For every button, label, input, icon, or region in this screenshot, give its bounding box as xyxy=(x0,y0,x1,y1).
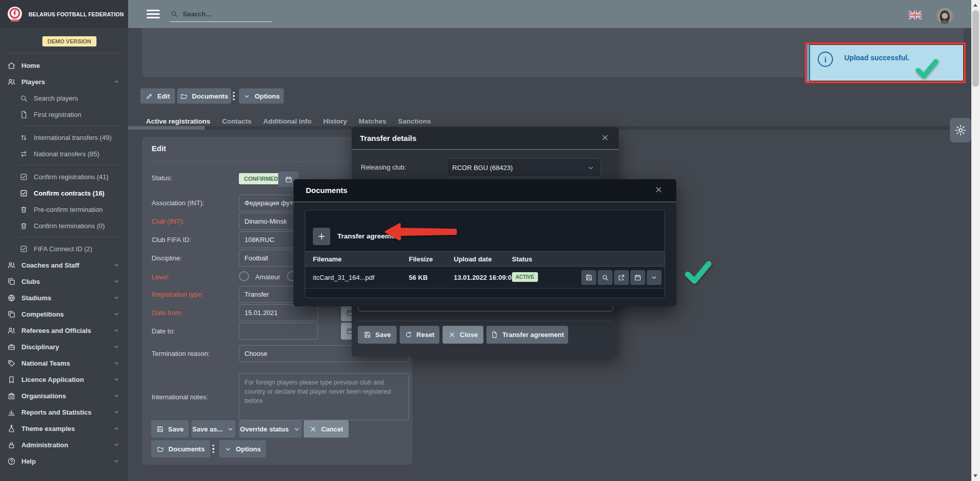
level-amateur-radio[interactable] xyxy=(239,271,249,281)
documents-button[interactable]: Documents xyxy=(151,440,210,458)
document-history-button[interactable] xyxy=(630,270,645,285)
sidebar-item-clubs[interactable]: Clubs xyxy=(0,273,128,290)
sidebar-item-confirm-registrations[interactable]: Confirm registrations (41) xyxy=(0,169,128,185)
international-notes-textarea[interactable]: For foreign players please type previous… xyxy=(239,373,409,420)
close-icon[interactable] xyxy=(654,185,663,194)
sidebar-item-national-transfers[interactable]: National transfers (85) xyxy=(0,146,128,162)
menu-toggle-button[interactable] xyxy=(146,10,160,20)
users-icon xyxy=(7,261,16,270)
folder-icon xyxy=(157,445,164,453)
chevron-down-icon xyxy=(224,445,232,453)
folder-icon xyxy=(180,92,188,100)
releasing-club-select[interactable]: RCOR BGU (68423) xyxy=(447,158,601,177)
page-scrollbar[interactable] xyxy=(971,0,980,481)
sidebar-item-coaches-and-staff[interactable]: Coaches and Staff xyxy=(0,257,128,273)
sidebar-item-confirm-terminations[interactable]: Confirm terminations (0) xyxy=(0,218,128,234)
chevron-down-icon xyxy=(227,425,234,433)
tab-history[interactable]: History xyxy=(323,117,347,125)
sidebar-item-confirm-contracts[interactable]: Confirm contracts (16) xyxy=(0,185,128,201)
settings-panel-button[interactable] xyxy=(950,118,971,142)
download-document-button[interactable] xyxy=(581,270,596,285)
chevron-down-icon xyxy=(113,458,120,465)
floppy-icon xyxy=(156,425,164,433)
scroll-up-arrow[interactable] xyxy=(973,4,977,7)
federation-logo-icon xyxy=(6,6,23,23)
chevron-down-icon xyxy=(113,343,120,350)
sidebar-item-licence-application[interactable]: Licence Application xyxy=(0,371,128,388)
user-avatar[interactable] xyxy=(937,8,953,24)
chevron-down-icon xyxy=(113,294,120,301)
open-document-button[interactable] xyxy=(614,270,629,285)
save-as-button[interactable]: Save as... xyxy=(191,420,235,438)
sidebar-item-help[interactable]: Help xyxy=(0,453,128,469)
scrollbar-thumb[interactable] xyxy=(972,10,979,87)
international-notes-label: International notes: xyxy=(152,389,237,405)
tabs-scrollbar-thumb[interactable] xyxy=(128,126,205,130)
annotation-check-notification xyxy=(916,57,938,81)
edit-panel-title: Edit xyxy=(152,144,166,153)
sidebar-item-home[interactable]: Home xyxy=(0,57,128,74)
tab-contacts[interactable]: Contacts xyxy=(222,117,252,125)
sidebar-item-disciplinary[interactable]: Disciplinary xyxy=(0,339,128,355)
reset-icon xyxy=(405,331,412,339)
info-icon: i xyxy=(818,52,833,67)
add-document-button[interactable] xyxy=(313,228,330,245)
more-actions-button[interactable] xyxy=(647,270,662,285)
upload-notification[interactable]: i Upload successful. xyxy=(805,42,966,83)
club-icon xyxy=(7,277,16,286)
sidebar-item-reports-and-statistics[interactable]: Reports and Statistics xyxy=(0,404,128,420)
sidebar-item-referees-and-officials[interactable]: Referees and Officials xyxy=(0,322,128,339)
chevron-down-icon xyxy=(650,274,658,281)
sidebar-item-competitions[interactable]: Competitions xyxy=(0,306,128,322)
tab-sanctions[interactable]: Sanctions xyxy=(398,117,431,125)
calendar-icon xyxy=(285,176,292,183)
save-button[interactable]: Save xyxy=(151,420,189,438)
close-button[interactable]: Close xyxy=(443,326,483,344)
brand-header[interactable]: BELARUS FOOTBALL FEDERATION xyxy=(0,0,128,28)
save-button[interactable]: Save xyxy=(358,326,397,344)
sidebar-item-administration[interactable]: Administration xyxy=(0,437,128,453)
search-icon xyxy=(19,94,28,103)
trash-icon xyxy=(19,222,28,230)
tab-active-registrations[interactable]: Active registrations xyxy=(146,117,210,125)
options-button[interactable]: Options xyxy=(219,440,266,458)
annotation-red-arrow xyxy=(384,223,458,241)
transfer-modal-title: Transfer details xyxy=(360,134,416,142)
sidebar-item-theme-examples[interactable]: Theme examples xyxy=(0,420,128,437)
edit-button[interactable]: Edit xyxy=(140,88,175,104)
documents-button[interactable]: Documents xyxy=(177,88,231,104)
sidebar-item-fifa-connect-id[interactable]: FIFA Connect ID (2) xyxy=(0,240,128,257)
sidebar-item-national-teams[interactable]: National Teams xyxy=(0,355,128,371)
tab-additional-info[interactable]: Additional info xyxy=(263,117,311,125)
pencil-icon xyxy=(145,92,153,100)
sidebar-item-preconfirm-termination[interactable]: Pre-confirm termination xyxy=(0,201,128,218)
chevron-down-icon xyxy=(586,163,595,172)
cancel-button[interactable]: Cancel xyxy=(304,420,349,438)
document-table-row[interactable]: itcCard_31_164...pdf 56 KB 13.01.2022 16… xyxy=(305,267,665,288)
arrows-up-down-icon xyxy=(19,133,28,142)
sidebar-item-first-registration[interactable]: First registration xyxy=(0,106,128,123)
sidebar-divider xyxy=(19,165,121,165)
options-button[interactable]: Options xyxy=(239,88,284,104)
global-search-input[interactable]: Search... xyxy=(170,6,272,22)
tab-matches[interactable]: Matches xyxy=(359,117,386,125)
preview-document-button[interactable] xyxy=(598,270,612,285)
scroll-down-arrow[interactable] xyxy=(973,474,977,477)
transfer-agreement-button[interactable]: Transfer agreement xyxy=(486,326,568,344)
date-to-input[interactable] xyxy=(239,323,318,340)
floppy-icon xyxy=(363,331,371,339)
file-icon xyxy=(19,110,28,119)
sidebar-item-players[interactable]: Players xyxy=(0,74,128,90)
sidebar-item-international-transfers[interactable]: International transfers (49) xyxy=(0,129,128,146)
chevron-down-icon xyxy=(113,261,120,269)
reset-button[interactable]: Reset xyxy=(400,326,439,344)
override-status-button[interactable]: Override status xyxy=(239,420,302,438)
date-from-input[interactable]: 15.01.2021 xyxy=(239,304,318,321)
users-icon xyxy=(7,326,16,335)
sidebar-item-organisations[interactable]: Organisations xyxy=(0,388,128,404)
sidebar-item-search-players[interactable]: Search players xyxy=(0,90,128,106)
sidebar-item-stadiums[interactable]: Stadiums xyxy=(0,290,128,306)
language-flag-button[interactable] xyxy=(909,11,922,19)
flask-icon xyxy=(7,424,16,433)
close-icon[interactable] xyxy=(601,133,609,142)
